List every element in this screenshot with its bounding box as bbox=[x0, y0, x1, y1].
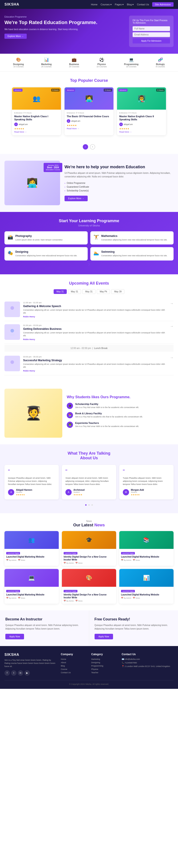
hero-left: Education Programme We're Top Rated Educ… bbox=[4, 16, 129, 39]
event-tab-4[interactable]: May 39 bbox=[111, 289, 124, 294]
testi-dot-1[interactable] bbox=[85, 504, 86, 506]
footer-cat-marketing[interactable]: Marketing bbox=[91, 658, 117, 660]
why-item-2-text: Book & Library Facility Sim is a Tiny Ni… bbox=[75, 412, 143, 418]
learning-card-4-title: Swimming bbox=[101, 250, 167, 253]
why-content: Why Students likes Ours Programme. 🎓 Sch… bbox=[67, 395, 174, 431]
course-title-2: The Basic Of Financial Online Cours bbox=[67, 115, 111, 118]
news-card-4: 💻 Launched Digital Launched Digital Mark… bbox=[4, 569, 59, 604]
testi-dot-2[interactable] bbox=[88, 504, 90, 506]
event-link-2[interactable]: → bbox=[170, 324, 174, 328]
learning-card-4-text: Swimming Consectetur adipiscing lorem ne… bbox=[101, 250, 167, 257]
event-link-1[interactable]: → bbox=[170, 302, 174, 306]
cta-free-button[interactable]: Apply Now bbox=[95, 634, 113, 639]
learning-scroll-arrow[interactable]: ❯ bbox=[4, 260, 174, 268]
course-img-3: 👨‍🏫 Advance 5 Hours bbox=[117, 87, 166, 110]
news-header: News Our Latest News bbox=[4, 520, 174, 527]
course-read-more-3[interactable]: Read More → bbox=[119, 131, 132, 133]
svg-point-0 bbox=[10, 306, 14, 310]
event-tab-2[interactable]: May 31 bbox=[82, 289, 96, 294]
news-card-1: 👥 Launched Digital Launched Digital Mark… bbox=[4, 531, 59, 566]
testi-dot-3[interactable] bbox=[92, 504, 93, 506]
news-title-4: Launched Digital Marketing Website bbox=[6, 593, 57, 596]
author-name-2: abigail.am bbox=[71, 120, 80, 122]
stat-programming: 💻 Programming 10 Courses bbox=[124, 57, 138, 68]
footer-link-about[interactable]: About bbox=[61, 661, 87, 664]
testimonial-avatar-1: A bbox=[8, 489, 14, 495]
learning-card-2-desc: Consectetur adipiscing lorem new new edu… bbox=[101, 239, 167, 242]
event-link-3[interactable]: → bbox=[170, 356, 174, 360]
event-tab-3[interactable]: May Pk bbox=[97, 289, 110, 294]
footer-link-course[interactable]: Course bbox=[61, 668, 87, 670]
cta-section: Become An Instructor Quisque Phasellus a… bbox=[0, 610, 178, 646]
footer-cat-designing[interactable]: Designing bbox=[91, 661, 117, 664]
footer-link-home[interactable]: Home bbox=[61, 658, 87, 660]
nav-courses[interactable]: Courses ▾ bbox=[101, 3, 112, 6]
course-read-more-1[interactable]: Read More → bbox=[14, 131, 27, 133]
author-name-3: abigail.am bbox=[124, 123, 133, 125]
course-footer-2: Read More → bbox=[67, 127, 111, 130]
hero-submit-button[interactable]: Apply For Admission bbox=[133, 38, 170, 43]
designing-icon-lc: 🎭 bbox=[7, 250, 13, 256]
quote-icon-1: " bbox=[8, 468, 55, 475]
testimonial-avatar-3: M bbox=[123, 489, 129, 495]
help-explore-button[interactable]: Explore More → bbox=[65, 196, 88, 201]
admission-button[interactable]: Site Admission bbox=[152, 2, 174, 7]
footer-email: 📧 info@siksha.com bbox=[122, 658, 174, 660]
news-body-2: Launched Digital Identity Digital Design… bbox=[62, 549, 116, 566]
footer-cat-programming[interactable]: Programming bbox=[91, 665, 117, 667]
why-item-1-title: Scholarship Facility bbox=[75, 403, 139, 405]
hero-name-input[interactable] bbox=[133, 26, 170, 31]
courses-title: Top Populer Course bbox=[4, 78, 174, 83]
testimonial-info-3: Morgan-Add Student ★★★★★ bbox=[131, 489, 144, 496]
nav-home[interactable]: Home bbox=[91, 3, 98, 6]
nav-blog[interactable]: Blog ▾ bbox=[127, 3, 134, 6]
twitter-icon[interactable]: t bbox=[11, 670, 16, 676]
event-time-1: 11:00 am - 01:00 am bbox=[23, 302, 167, 304]
testimonial-name-2: Archmoud bbox=[73, 489, 84, 491]
help-image: 👩‍💻 January 2024 Best - 2024 Education C… bbox=[4, 161, 60, 205]
news-title-6: Launched Digital Marketing Website bbox=[121, 593, 172, 596]
course-author-3: A abigail.am bbox=[119, 123, 164, 126]
testimonial-author-1: A Abigail Hannen Student ★★★★★ bbox=[8, 489, 55, 496]
page-btn-1[interactable]: ‹ bbox=[83, 144, 88, 150]
hero-explore-button[interactable]: Explore More → bbox=[4, 34, 27, 39]
course-duration-1: 5 Hours bbox=[51, 89, 60, 92]
page-btn-2[interactable]: › bbox=[90, 144, 95, 150]
youtube-icon[interactable]: ▶ bbox=[25, 670, 30, 676]
nav-pages[interactable]: Pages ▾ bbox=[115, 3, 124, 6]
footer-link-blog[interactable]: Blog bbox=[61, 665, 87, 667]
testimonials-header: What They Are Talking About Us bbox=[4, 451, 174, 460]
course-badge-2: Advance bbox=[66, 89, 75, 92]
cta-free-courses: Free Courses Ready! Quisque Phasellus al… bbox=[89, 610, 178, 646]
footer-link-contact[interactable]: Contact Us bbox=[61, 672, 87, 674]
course-read-more-2[interactable]: Read More → bbox=[67, 127, 79, 130]
svg-point-2 bbox=[10, 329, 14, 333]
testimonial-stars-2: ★★★★★ bbox=[73, 494, 84, 496]
course-title-1: Master Native English Class I Speaking S… bbox=[14, 115, 59, 121]
footer-logo: SIKSHA bbox=[4, 653, 56, 657]
nav-contact[interactable]: Contact Us bbox=[137, 3, 149, 6]
news-meta-5: 📅 By Admin · 📅 News bbox=[64, 600, 114, 602]
svg-point-3 bbox=[9, 333, 15, 336]
footer-cat-teacher[interactable]: Teacher bbox=[91, 672, 117, 674]
facebook-icon[interactable]: f bbox=[4, 670, 10, 676]
news-badge-1: Launched Digital bbox=[6, 552, 20, 554]
svg-point-1 bbox=[9, 311, 15, 313]
event-tab-0[interactable]: May 31 bbox=[54, 289, 67, 294]
testimonials-section: What They Are Talking About Us " Quisque… bbox=[0, 444, 178, 513]
cta-instructor-button[interactable]: Apply Now bbox=[5, 634, 24, 639]
news-card-5: 🎨 Launched Digital Identity Digital Desi… bbox=[62, 569, 116, 604]
footer-cat-physice[interactable]: Physice bbox=[91, 668, 117, 670]
event-tab-1[interactable]: May 31 bbox=[68, 289, 81, 294]
course-stars-1: ★★★★★ bbox=[14, 127, 59, 130]
learning-card-1-text: Photography Lorem ipsum dolor sit amet. … bbox=[15, 235, 63, 242]
testimonials-grid: " Quisque Phasellus aliquam sit amet lor… bbox=[4, 465, 174, 499]
linkedin-icon[interactable]: in bbox=[18, 670, 23, 676]
programming-icon: 💻 bbox=[124, 57, 138, 62]
why-title: Why Students likes Ours Programme. bbox=[67, 395, 174, 399]
course-title-3: Master Native English Class II Speaking … bbox=[119, 115, 164, 121]
hero-email-input[interactable] bbox=[133, 32, 170, 37]
stat-programming-label: Programming bbox=[124, 63, 138, 65]
biologiy-icon: 🧬 bbox=[156, 57, 165, 62]
course-badge-3: Advance bbox=[118, 89, 128, 92]
